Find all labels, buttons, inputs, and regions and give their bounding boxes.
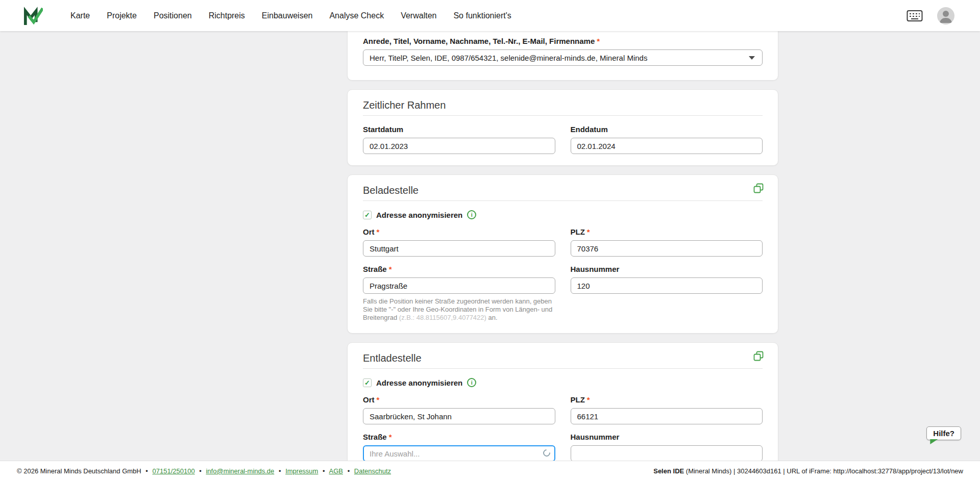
- loading-city-label-text: Ort: [363, 227, 375, 236]
- start-date-input[interactable]: [363, 138, 555, 154]
- start-date-label: Startdatum: [363, 125, 555, 134]
- anonymize-checkbox[interactable]: ✓: [363, 378, 372, 387]
- loading-point-card: Beladestelle ✓ Adresse anonymisieren i O…: [347, 174, 778, 334]
- keyboard-icon-glyph: [906, 10, 923, 22]
- loading-city-field: Ort*: [363, 227, 555, 257]
- help-button[interactable]: Hilfe?: [926, 426, 961, 440]
- loading-street-label: Straße*: [363, 265, 555, 274]
- nav-item-analyse-check[interactable]: Analyse Check: [329, 11, 384, 20]
- unloading-housenumber-input[interactable]: [571, 445, 763, 461]
- navbar-right-actions: [906, 7, 954, 24]
- unloading-city-label-text: Ort: [363, 395, 375, 404]
- required-mark: *: [389, 265, 392, 273]
- end-date-field: Enddatum: [571, 125, 763, 154]
- footer-link-impressum[interactable]: Impressum: [285, 467, 318, 475]
- nav-item-einbauweisen[interactable]: Einbauweisen: [262, 11, 313, 20]
- unloading-zip-input[interactable]: [571, 408, 763, 424]
- anonymize-label: Adresse anonymisieren: [376, 378, 462, 387]
- required-mark: *: [389, 433, 392, 441]
- required-mark: *: [377, 227, 380, 236]
- contact-field-label-text: Anrede, Titel, Vorname, Nachname, Tel.-N…: [363, 37, 595, 45]
- loading-street-input[interactable]: [363, 277, 555, 294]
- end-date-label: Enddatum: [571, 125, 763, 134]
- loading-housenumber-input[interactable]: [571, 277, 763, 294]
- footer-link-phone[interactable]: 07151/250100: [153, 467, 195, 475]
- unloading-point-title: Entladestelle: [363, 352, 763, 364]
- footer-user-name: Selen IDE: [653, 467, 684, 475]
- footer-link-agb[interactable]: AGB: [329, 467, 343, 475]
- loading-housenumber-label: Hausnummer: [571, 265, 763, 274]
- unloading-housenumber-field: Hausnummer: [571, 433, 763, 461]
- unloading-point-card: Entladestelle ✓ Adresse anonymisieren i …: [347, 342, 778, 461]
- street-hint-example: (z.B.: 48.8115607,9.4077422): [399, 314, 486, 321]
- nav-item-positionen[interactable]: Positionen: [154, 11, 192, 20]
- loading-zip-label-text: PLZ: [571, 227, 585, 236]
- footer-status: Selen IDE (Mineral Minds) | 30244603d161…: [653, 467, 963, 475]
- footer-link-email[interactable]: info@mineral-minds.de: [206, 467, 274, 475]
- person-icon: [937, 7, 954, 24]
- footer-separator: •: [145, 467, 148, 475]
- nav-item-verwalten[interactable]: Verwalten: [401, 11, 436, 20]
- unloading-city-input[interactable]: [363, 408, 555, 424]
- info-icon[interactable]: i: [467, 378, 476, 387]
- contact-card: Anrede, Titel, Vorname, Nachname, Tel.-N…: [347, 31, 778, 81]
- unloading-city-label: Ort*: [363, 395, 555, 404]
- loading-zip-input[interactable]: [571, 240, 763, 257]
- unloading-zip-label: PLZ*: [571, 395, 763, 404]
- unloading-street-input[interactable]: [363, 445, 555, 461]
- start-date-field: Startdatum: [363, 125, 555, 154]
- chevron-down-icon: [749, 56, 755, 60]
- loading-point-title: Beladestelle: [363, 184, 763, 196]
- loading-zip-label: PLZ*: [571, 227, 763, 237]
- section-divider: [363, 200, 763, 201]
- unloading-street-field: Straße*: [363, 433, 555, 461]
- section-divider: [363, 115, 763, 116]
- footer-left: © 2026 Mineral Minds Deutschland GmbH • …: [17, 467, 391, 475]
- loading-city-label: Ort*: [363, 227, 555, 237]
- unloading-street-label: Straße*: [363, 433, 555, 442]
- loading-housenumber-field: Hausnummer: [571, 265, 763, 322]
- footer-separator: •: [348, 467, 350, 475]
- main-content: Anrede, Titel, Vorname, Nachname, Tel.-N…: [0, 31, 980, 461]
- unloading-zip-label-text: PLZ: [571, 395, 585, 404]
- footer-separator: •: [279, 467, 281, 475]
- required-mark: *: [587, 227, 590, 236]
- required-mark: *: [597, 37, 600, 45]
- loading-zip-field: PLZ*: [571, 227, 763, 257]
- top-navbar: Karte Projekte Positionen Richtpreis Ein…: [0, 0, 980, 31]
- contact-select[interactable]: Herr, TitelP, Selen, IDE, 0987/654321, s…: [363, 49, 763, 66]
- footer-status-text: (Mineral Minds) | 30244603d161 | URL of …: [684, 467, 963, 475]
- user-avatar[interactable]: [937, 7, 954, 24]
- end-date-input[interactable]: [571, 138, 763, 154]
- page-footer: © 2026 Mineral Minds Deutschland GmbH • …: [0, 461, 980, 481]
- footer-separator: •: [199, 467, 202, 475]
- unloading-zip-field: PLZ*: [571, 395, 763, 424]
- help-button-label: Hilfe?: [933, 429, 954, 438]
- copy-address-icon[interactable]: [753, 351, 764, 361]
- info-icon[interactable]: i: [467, 210, 476, 219]
- timeframe-card: Zeitlicher Rahmen Startdatum Enddatum: [347, 89, 778, 166]
- nav-item-karte[interactable]: Karte: [70, 11, 90, 20]
- footer-link-datenschutz[interactable]: Datenschutz: [354, 467, 391, 475]
- anonymize-label: Adresse anonymisieren: [376, 211, 462, 219]
- unloading-city-field: Ort*: [363, 395, 555, 424]
- footer-separator: •: [323, 467, 325, 475]
- contact-select-value: Herr, TitelP, Selen, IDE, 0987/654321, s…: [370, 54, 647, 62]
- nav-item-projekte[interactable]: Projekte: [107, 11, 137, 20]
- unloading-housenumber-label: Hausnummer: [571, 433, 763, 442]
- help-bubble-tail-icon: [930, 439, 938, 444]
- loading-street-label-text: Straße: [363, 265, 387, 273]
- nav-item-richtpreis[interactable]: Richtpreis: [209, 11, 245, 20]
- mineral-minds-logo[interactable]: [23, 6, 43, 26]
- contact-field-label: Anrede, Titel, Vorname, Nachname, Tel.-N…: [363, 37, 763, 46]
- keyboard-icon[interactable]: [906, 9, 924, 22]
- nav-item-so-funktionierts[interactable]: So funktioniert's: [453, 11, 511, 20]
- loading-city-input[interactable]: [363, 240, 555, 257]
- unloading-street-label-text: Straße: [363, 433, 387, 441]
- required-mark: *: [587, 395, 590, 404]
- anonymize-checkbox[interactable]: ✓: [363, 211, 372, 219]
- logo-icon: [23, 6, 43, 26]
- required-mark: *: [377, 395, 380, 404]
- copy-address-icon[interactable]: [753, 183, 764, 193]
- section-divider: [363, 368, 763, 369]
